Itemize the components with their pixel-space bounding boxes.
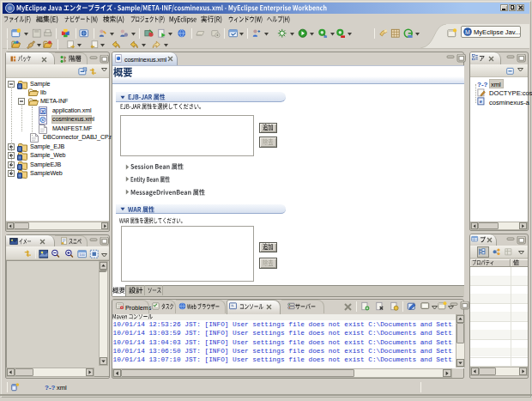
svg-text:X: X [41,108,45,113]
svg-text:100: 100 [79,252,86,257]
svg-text:?-?: ?-? [477,81,488,88]
svg-text:G: G [40,117,45,123]
svg-text:M: M [465,29,470,35]
svg-text:e: e [480,99,482,104]
svg-text:?-?: ?-? [45,384,56,391]
